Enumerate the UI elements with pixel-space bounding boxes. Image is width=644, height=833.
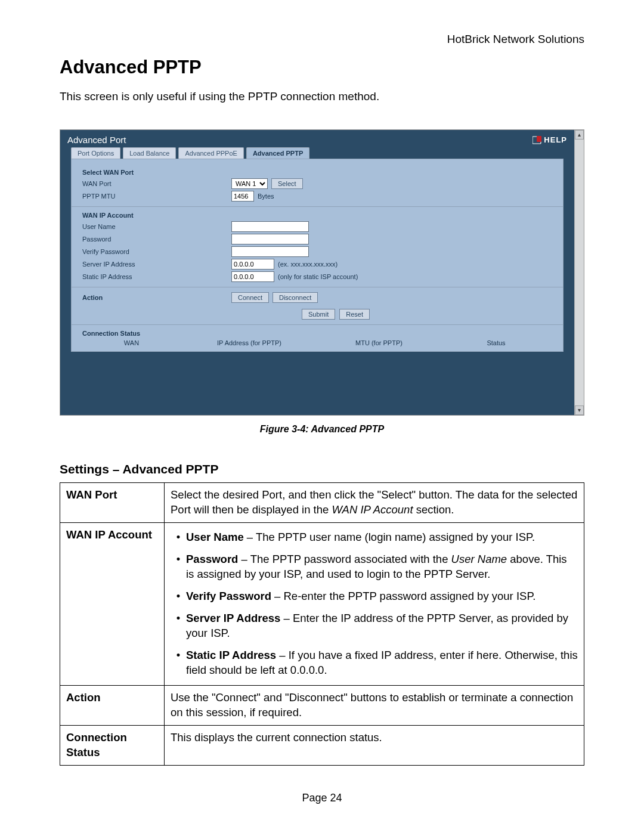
settings-value: •User Name – The PPTP user name (login n… — [165, 522, 584, 685]
settings-key: WAN Port — [60, 483, 165, 523]
settings-key: Connection Status — [60, 725, 165, 765]
scroll-up-icon[interactable]: ▴ — [575, 130, 584, 140]
table-row: Connection Status This displays the curr… — [60, 725, 584, 765]
tab-load-balance[interactable]: Load Balance — [123, 147, 176, 159]
static-ip-hint: (only for static ISP account) — [278, 273, 358, 280]
table-row: Action Use the "Connect" and "Disconnect… — [60, 685, 584, 725]
select-button[interactable]: Select — [271, 178, 303, 189]
page-title: Advanced PPTP — [60, 57, 584, 78]
user-name-label: User Name — [82, 223, 231, 230]
server-ip-input[interactable] — [231, 259, 274, 270]
wan-port-select[interactable]: WAN 1 — [231, 178, 268, 189]
section-connection-status: Connection Status — [82, 330, 552, 337]
settings-key: WAN IP Account — [60, 522, 165, 685]
settings-heading: Settings – Advanced PPTP — [60, 462, 584, 476]
action-label: Action — [82, 294, 231, 301]
col-wan: WAN — [82, 339, 181, 346]
help-icon — [532, 136, 542, 144]
disconnect-button[interactable]: Disconnect — [273, 292, 318, 303]
verify-password-label: Verify Password — [82, 248, 231, 255]
settings-value: Use the "Connect" and "Disconnect" butto… — [165, 685, 584, 725]
help-button[interactable]: HELP — [532, 135, 567, 144]
scroll-down-icon[interactable]: ▾ — [575, 405, 584, 415]
tab-port-options[interactable]: Port Options — [71, 147, 120, 159]
scrollbar-vertical[interactable]: ▴ ▾ — [574, 130, 584, 415]
svg-rect-1 — [537, 136, 541, 142]
col-mtu: MTU (for PPTP) — [318, 339, 440, 346]
pptp-mtu-input[interactable] — [231, 191, 254, 202]
server-ip-label: Server IP Address — [82, 261, 231, 268]
settings-table: WAN Port Select the desired Port, and th… — [60, 482, 584, 766]
submit-button[interactable]: Submit — [302, 309, 335, 320]
static-ip-input[interactable] — [231, 271, 274, 282]
settings-key: Action — [60, 685, 165, 725]
password-label: Password — [82, 236, 231, 243]
table-row: WAN Port Select the desired Port, and th… — [60, 483, 584, 523]
col-ip: IP Address (for PPTP) — [181, 339, 318, 346]
settings-value: This displays the current connection sta… — [165, 725, 584, 765]
verify-password-input[interactable] — [231, 246, 309, 257]
section-select-wan-port: Select WAN Port — [82, 169, 552, 176]
document-header: HotBrick Network Solutions — [60, 33, 584, 46]
server-ip-hint: (ex. xxx.xxx.xxx.xxx) — [278, 261, 338, 268]
table-row: WAN IP Account •User Name – The PPTP use… — [60, 522, 584, 685]
password-input[interactable] — [231, 234, 309, 244]
tab-advanced-pptp[interactable]: Advanced PPTP — [246, 147, 309, 159]
wan-port-label: WAN Port — [82, 180, 231, 187]
tab-advanced-pppoe[interactable]: Advanced PPPoE — [178, 147, 243, 159]
screenshot-window: ▴ ▾ Advanced Port HELP Port Options Load… — [60, 129, 584, 416]
settings-value: Select the desired Port, and then click … — [165, 483, 584, 523]
col-status: Status — [440, 339, 552, 346]
figure-caption: Figure 3-4: Advanced PPTP — [60, 424, 584, 435]
mtu-unit: Bytes — [258, 193, 274, 200]
user-name-input[interactable] — [231, 221, 309, 232]
pptp-mtu-label: PPTP MTU — [82, 193, 231, 200]
static-ip-label: Static IP Address — [82, 273, 231, 280]
help-label: HELP — [544, 135, 567, 144]
intro-text: This screen is only useful if using the … — [60, 90, 584, 103]
connect-button[interactable]: Connect — [231, 292, 269, 303]
reset-button[interactable]: Reset — [339, 309, 370, 320]
section-wan-ip-account: WAN IP Account — [82, 212, 552, 219]
page-footer: Page 24 — [60, 792, 584, 804]
panel-title: Advanced Port — [67, 135, 126, 145]
